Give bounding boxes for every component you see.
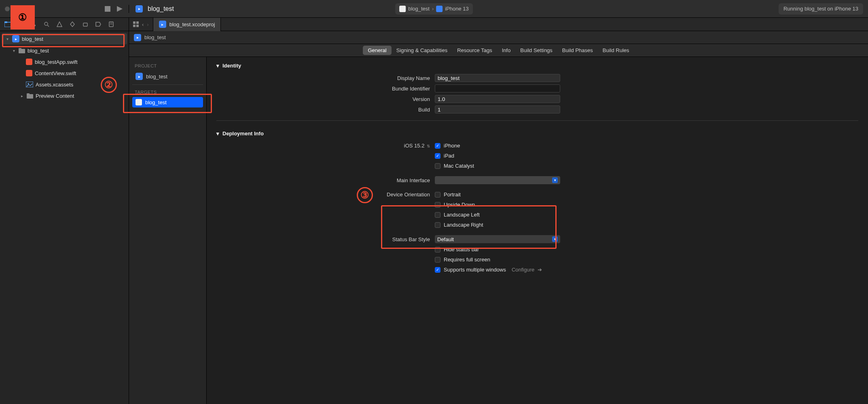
svg-rect-18 bbox=[133, 21, 135, 24]
configure-link[interactable]: Configure bbox=[512, 267, 534, 273]
file-tab[interactable]: ▸ blog_test.xcodeproj bbox=[153, 18, 221, 31]
hide-status-bar-label: Hide status bar bbox=[444, 246, 479, 253]
window-toolbar: ▸ blog_test blog_test › iPhone 13 Runnin… bbox=[0, 0, 868, 18]
disclosure-icon[interactable]: ▸ bbox=[19, 94, 24, 98]
tab-general[interactable]: General bbox=[363, 46, 391, 55]
chevron-down-icon: ▾ bbox=[552, 236, 558, 242]
multiple-windows-label: Supports multiple windows bbox=[444, 267, 506, 273]
main-interface-popup[interactable]: ▾ bbox=[435, 176, 560, 184]
navigator-group[interactable]: ▾ blog_test bbox=[0, 45, 129, 56]
orient-upsidedown-label: Upside Down bbox=[444, 202, 475, 208]
maccatalyst-checkbox[interactable] bbox=[435, 163, 440, 169]
orient-landscape-left-checkbox[interactable] bbox=[435, 212, 440, 218]
svg-rect-13 bbox=[83, 23, 87, 26]
editor-layout-icon[interactable] bbox=[133, 21, 139, 27]
run-button[interactable] bbox=[116, 5, 124, 13]
tab-resource-tags[interactable]: Resource Tags bbox=[452, 46, 497, 55]
debug-navigator-icon[interactable] bbox=[82, 21, 89, 28]
section-title: Deployment Info bbox=[222, 130, 264, 137]
project-entry[interactable]: ▸ blog_test bbox=[132, 71, 203, 82]
target-entry-label: blog_test bbox=[145, 99, 167, 105]
version-input[interactable] bbox=[435, 95, 560, 103]
editor-controls: ‹ › bbox=[129, 21, 153, 27]
navigator-root[interactable]: ▾ ▸ blog_test bbox=[2, 33, 127, 44]
swift-file-icon bbox=[26, 70, 32, 76]
scheme-selector[interactable]: blog_test › iPhone 13 bbox=[395, 3, 473, 15]
maccatalyst-label: Mac Catalyst bbox=[444, 163, 474, 169]
toggle-sidebar-icon[interactable] bbox=[133, 48, 140, 53]
side-toggle-row: General Signing & Capabilities Resource … bbox=[129, 44, 868, 57]
stepper-icon[interactable]: ⇅ bbox=[427, 144, 430, 148]
stop-button[interactable] bbox=[104, 5, 112, 13]
navigator-tab-bar: ‹ › ▸ blog_test.xcodeproj bbox=[0, 18, 868, 31]
report-navigator-icon[interactable] bbox=[108, 21, 115, 28]
folder-icon bbox=[19, 48, 25, 53]
multiple-windows-checkbox[interactable]: ✓ bbox=[435, 267, 440, 273]
navigator-item[interactable]: blog_testApp.swift bbox=[0, 56, 129, 67]
status-bar-popup[interactable]: Default▾ bbox=[435, 235, 560, 243]
display-name-input[interactable] bbox=[435, 74, 560, 82]
orient-landscape-right-checkbox[interactable] bbox=[435, 222, 440, 228]
orient-landscape-right-label: Landscape Right bbox=[444, 222, 483, 228]
ipad-checkbox[interactable]: ✓ bbox=[435, 153, 440, 159]
zoom-window-icon[interactable] bbox=[21, 6, 26, 11]
orient-portrait-checkbox[interactable] bbox=[435, 192, 440, 198]
navigator-item[interactable]: ▸ Preview Content bbox=[0, 90, 129, 101]
identity-header[interactable]: ▾ Identity bbox=[216, 63, 858, 73]
editor-body: PROJECT ▸ blog_test TARGETS blog_test ▾ bbox=[129, 57, 868, 404]
test-navigator-icon[interactable] bbox=[69, 21, 76, 28]
orient-upsidedown-checkbox[interactable] bbox=[435, 202, 440, 208]
ipad-label: iPad bbox=[444, 153, 454, 159]
breakpoint-navigator-icon[interactable] bbox=[95, 21, 102, 28]
find-navigator-icon[interactable] bbox=[43, 21, 50, 28]
navigator-item[interactable]: ContentView.swift bbox=[0, 67, 129, 79]
orient-portrait-label: Portrait bbox=[444, 191, 461, 198]
breadcrumb-bar[interactable]: ▸ blog_test bbox=[129, 31, 868, 44]
source-control-navigator-icon[interactable] bbox=[17, 21, 24, 28]
chevron-right-icon: › bbox=[432, 6, 434, 12]
orientation-label: Device Orientation bbox=[216, 191, 435, 198]
disclosure-icon[interactable]: ▾ bbox=[216, 130, 219, 137]
navigator-item[interactable]: Assets.xcassets bbox=[0, 79, 129, 90]
tab-build-settings[interactable]: Build Settings bbox=[515, 46, 557, 55]
hide-status-bar-checkbox[interactable] bbox=[435, 247, 440, 253]
disclosure-icon[interactable]: ▾ bbox=[11, 48, 16, 53]
target-entry[interactable]: blog_test bbox=[132, 97, 203, 107]
nav-forward-icon[interactable]: › bbox=[147, 21, 148, 27]
editor-tab-bar: ‹ › ▸ blog_test.xcodeproj bbox=[129, 18, 868, 31]
display-name-label: Display Name bbox=[216, 75, 435, 81]
minimize-window-icon[interactable] bbox=[13, 6, 18, 11]
project-icon: ▸ bbox=[135, 5, 143, 13]
svg-rect-3 bbox=[4, 21, 7, 23]
svg-point-25 bbox=[28, 83, 29, 84]
svg-rect-19 bbox=[136, 21, 139, 24]
iphone-checkbox[interactable]: ✓ bbox=[435, 143, 440, 149]
project-navigator-icon[interactable] bbox=[4, 21, 11, 28]
tab-signing[interactable]: Signing & Capabilities bbox=[392, 46, 452, 55]
build-input[interactable] bbox=[435, 105, 560, 114]
symbol-navigator-icon[interactable] bbox=[30, 21, 37, 28]
project-title: blog_test bbox=[148, 5, 174, 13]
svg-rect-0 bbox=[105, 6, 110, 12]
disclosure-icon[interactable]: ▾ bbox=[5, 37, 10, 41]
deployment-header[interactable]: ▾ Deployment Info bbox=[216, 130, 858, 141]
project-icon: ▸ bbox=[134, 34, 141, 41]
deployment-target-popup[interactable]: iOS 15.2 ⇅ bbox=[216, 143, 435, 149]
status-bar-style-label: Status Bar Style bbox=[216, 236, 435, 242]
tab-build-phases[interactable]: Build Phases bbox=[557, 46, 598, 55]
requires-full-screen-checkbox[interactable] bbox=[435, 257, 440, 263]
bundle-id-input[interactable] bbox=[435, 84, 560, 93]
section-title: Identity bbox=[222, 63, 241, 69]
version-label: Version bbox=[216, 96, 435, 102]
disclosure-icon[interactable]: ▾ bbox=[216, 63, 219, 69]
traffic-lights[interactable] bbox=[5, 6, 26, 11]
tab-build-rules[interactable]: Build Rules bbox=[598, 46, 634, 55]
issue-navigator-icon[interactable] bbox=[56, 21, 63, 28]
app-icon bbox=[135, 99, 142, 105]
swift-file-icon bbox=[26, 59, 32, 65]
svg-rect-27 bbox=[27, 93, 30, 95]
close-window-icon[interactable] bbox=[5, 6, 10, 11]
nav-back-icon[interactable]: ‹ bbox=[142, 21, 144, 27]
activity-status[interactable]: Running blog_test on iPhone 13 bbox=[779, 3, 863, 15]
tab-info[interactable]: Info bbox=[497, 46, 516, 55]
